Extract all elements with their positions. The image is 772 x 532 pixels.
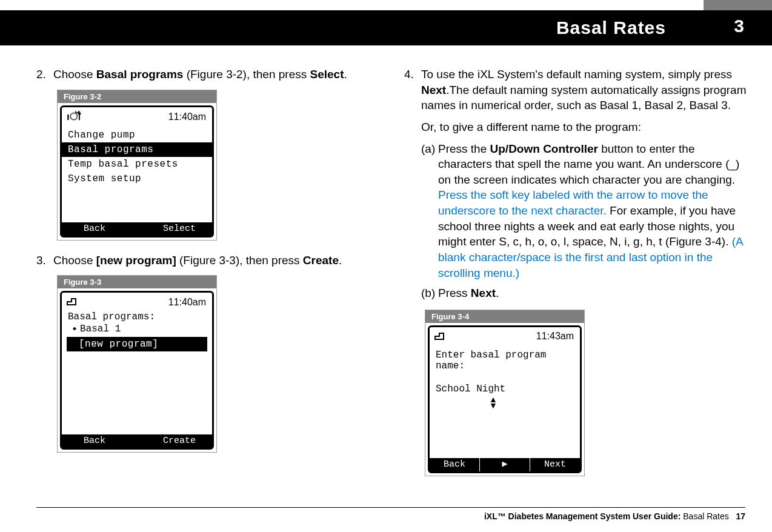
page-number: 17 bbox=[736, 511, 745, 521]
text: Or, to give a different name to the prog… bbox=[421, 119, 748, 135]
menu-list: Change pump Basal programs Temp basal pr… bbox=[62, 128, 212, 186]
status-icon: ıॏ bbox=[67, 111, 81, 123]
name-input-display[interactable]: School Night ▲▼ bbox=[430, 371, 580, 409]
figure-3-4: Figure 3-4 11:43am Enter basal program n… bbox=[425, 310, 585, 476]
basal-icon bbox=[67, 296, 80, 308]
text: (Figure 3-2), then press bbox=[183, 68, 310, 81]
substep-label: (a) bbox=[421, 141, 438, 281]
page-header: Basal Rates bbox=[0, 10, 772, 45]
softkey-bar: Back Create bbox=[62, 434, 212, 448]
screen-heading: Basal programs: bbox=[62, 309, 212, 322]
bold-text: Basal programs bbox=[96, 68, 184, 81]
step-number: 3. bbox=[36, 253, 53, 268]
softkey-arrow[interactable]: ▶ bbox=[480, 458, 530, 471]
softkey-create[interactable]: Create bbox=[147, 434, 212, 448]
bold-text: Select bbox=[310, 68, 344, 81]
list-item-selected[interactable]: [new program] bbox=[67, 337, 207, 351]
menu-item-selected[interactable]: Basal programs bbox=[62, 142, 212, 157]
softkey-spacer bbox=[127, 222, 147, 236]
figure-3-3: Figure 3-3 11:40am Basal programs: Basal… bbox=[57, 275, 217, 453]
step-text: Choose [new program] (Figure 3-3), then … bbox=[53, 253, 380, 268]
device-screen: ıॏ 11:40am Change pump Basal programs Te… bbox=[60, 105, 214, 238]
column-right: 4. To use the iXL System's default namin… bbox=[404, 67, 748, 496]
page-footer: iXL™ Diabetes Management System User Gui… bbox=[36, 507, 745, 521]
step-2: 2. Choose Basal programs (Figure 3-2), t… bbox=[36, 67, 380, 82]
step-number: 2. bbox=[36, 67, 53, 82]
clock: 11:40am bbox=[168, 297, 206, 308]
device-screen: 11:43am Enter basal program name: School… bbox=[428, 325, 582, 473]
footer-title: iXL™ Diabetes Management System User Gui… bbox=[484, 511, 680, 521]
menu-item[interactable]: Change pump bbox=[62, 128, 212, 142]
text: Choose bbox=[53, 254, 96, 267]
bold-text: [new program] bbox=[96, 254, 176, 267]
basal-icon bbox=[434, 331, 448, 342]
column-left: 2. Choose Basal programs (Figure 3-2), t… bbox=[36, 67, 380, 496]
status-bar: 11:43am bbox=[430, 327, 580, 344]
text: .The default naming system automatically… bbox=[421, 84, 746, 112]
footer-section: Basal Rates bbox=[680, 511, 728, 521]
entered-text: School Night bbox=[436, 384, 505, 394]
step-number: 4. bbox=[404, 67, 421, 302]
text: Choose bbox=[53, 68, 96, 81]
step-text: Choose Basal programs (Figure 3-2), then… bbox=[53, 67, 380, 82]
substep-label: (b) bbox=[421, 285, 438, 301]
figure-label: Figure 3-3 bbox=[58, 276, 216, 288]
softkey-back[interactable]: Back bbox=[430, 458, 480, 471]
content-area: 2. Choose Basal programs (Figure 3-2), t… bbox=[36, 67, 748, 496]
status-bar: ıॏ 11:40am bbox=[62, 107, 212, 124]
bold-text: Create bbox=[303, 254, 339, 267]
substep-b: (b) Press Next. bbox=[421, 285, 748, 301]
text: Press bbox=[438, 287, 471, 299]
device-screen: 11:40am Basal programs: Basal 1 [new pro… bbox=[60, 291, 214, 450]
step-text: To use the iXL System's default naming s… bbox=[421, 67, 748, 302]
text: To use the iXL System's default naming s… bbox=[421, 68, 732, 81]
softkey-spacer bbox=[127, 434, 147, 448]
chapter-number: 3 bbox=[734, 16, 744, 36]
substep-text: Press the Up/Down Controller button to e… bbox=[438, 141, 748, 281]
softkey-select[interactable]: Select bbox=[147, 222, 212, 236]
softkey-back[interactable]: Back bbox=[62, 222, 127, 236]
figure-label: Figure 3-2 bbox=[58, 90, 216, 103]
softkey-bar: Back ▶ Next bbox=[430, 458, 580, 471]
updown-indicator: ▲▼ bbox=[489, 397, 574, 409]
clock: 11:40am bbox=[168, 111, 206, 122]
step-4: 4. To use the iXL System's default namin… bbox=[404, 67, 748, 302]
list-item[interactable]: Basal 1 bbox=[62, 322, 212, 334]
clock: 11:43am bbox=[536, 331, 574, 342]
page-title: Basal Rates bbox=[556, 18, 666, 38]
menu-item[interactable]: System setup bbox=[62, 171, 212, 186]
softkey-next[interactable]: Next bbox=[530, 458, 580, 471]
text: . bbox=[339, 254, 342, 267]
text: Press the bbox=[438, 142, 490, 155]
text: . bbox=[496, 287, 499, 299]
step-3: 3. Choose [new program] (Figure 3-3), th… bbox=[36, 253, 380, 268]
substep-text: Press Next. bbox=[438, 285, 748, 301]
bold-text: Next bbox=[421, 84, 446, 96]
softkey-bar: Back Select bbox=[62, 222, 212, 236]
status-bar: 11:40am bbox=[62, 293, 212, 309]
text: . bbox=[344, 68, 347, 81]
bold-text: Next bbox=[471, 287, 496, 299]
menu-item[interactable]: Temp basal presets bbox=[62, 157, 212, 171]
figure-label: Figure 3-4 bbox=[425, 310, 584, 323]
softkey-back[interactable]: Back bbox=[62, 434, 127, 448]
figure-3-2: Figure 3-2 ıॏ 11:40am Change pump Basal … bbox=[57, 90, 217, 241]
substep-a: (a) Press the Up/Down Controller button … bbox=[421, 141, 748, 281]
text: (Figure 3-3), then press bbox=[176, 254, 303, 267]
bold-text: Up/Down Controller bbox=[490, 142, 598, 155]
screen-prompt: Enter basal program name: bbox=[430, 347, 580, 371]
